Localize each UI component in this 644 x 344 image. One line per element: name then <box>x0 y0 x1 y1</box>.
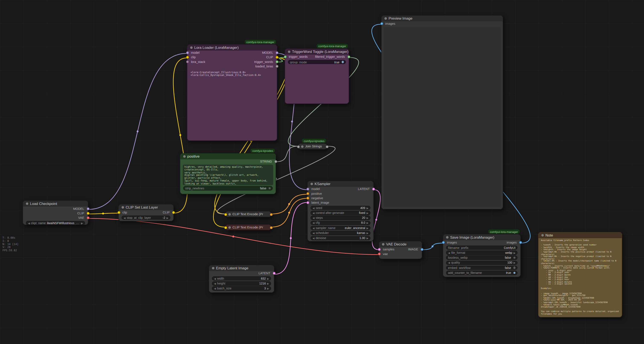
node-title-bar[interactable]: positive <box>180 154 276 159</box>
combo-left-icon[interactable]: ◀ <box>28 222 30 224</box>
input-slot-model[interactable] <box>186 52 188 54</box>
input-slot-positive[interactable] <box>306 192 309 195</box>
collapse-dot-icon[interactable] <box>384 17 387 20</box>
input-slot-samples[interactable] <box>378 248 380 251</box>
node-clip-set-last-layer[interactable]: CLIP Set Last Layer clip CLIP ◀ stop_at_… <box>118 204 174 221</box>
input-slot-images[interactable] <box>380 22 383 25</box>
group-mode-toggle[interactable]: group_mode true <box>288 60 346 64</box>
collapse-dot-icon[interactable] <box>122 206 124 209</box>
output-slot-image[interactable] <box>420 248 423 251</box>
control-after-generate-widget[interactable]: ◀ control after generate fixed ▶ <box>310 211 370 215</box>
node-note[interactable]: Note Available filename_prefix Pattern C… <box>538 232 622 317</box>
lossless-webp-toggle[interactable]: lossless_webp false <box>446 256 518 260</box>
node-join-strings[interactable]: comfyui-kjnodes Join Strings <box>298 143 328 150</box>
node-title-bar[interactable]: Preview Image <box>382 16 503 21</box>
combo-right-icon[interactable]: ▶ <box>366 222 368 224</box>
node-title-bar[interactable]: Lora Loader (LoraManager) <box>187 45 277 50</box>
output-slot-clip[interactable] <box>172 211 175 214</box>
combo-right-icon[interactable]: ▶ <box>366 232 368 234</box>
combo-left-icon[interactable]: ◀ <box>214 287 216 290</box>
output-slot-trigger-words[interactable] <box>276 60 278 63</box>
combo-right-icon[interactable]: ▶ <box>166 216 168 219</box>
node-title-bar[interactable]: TriggerWord Toggle (LoraManager) <box>285 49 348 54</box>
output-slot-model[interactable] <box>86 207 89 210</box>
node-vae-decode[interactable]: VAE Decode samples IMAGE vae <box>379 241 422 259</box>
node-empty-latent-image[interactable]: Empty Latent Image LATENT ◀ width 832 ▶ … <box>208 265 274 293</box>
sampler-name-widget[interactable]: ◀ sampler_name euler_ancestral ▶ <box>310 226 370 230</box>
combo-right-icon[interactable]: ▶ <box>366 206 368 209</box>
output-slot[interactable] <box>326 146 328 148</box>
input-slot-lora-stack[interactable] <box>186 60 188 63</box>
prompt-textarea[interactable]: highres, very detailed, amazing quality,… <box>183 165 273 185</box>
stop-at-clip-layer-widget[interactable]: ◀ stop_at_clip_layer -2 ▶ <box>122 216 170 220</box>
output-slot-filtered-trigger-words[interactable] <box>347 56 350 58</box>
input-slot[interactable] <box>297 146 300 148</box>
filename-prefix-widget[interactable]: filename_prefix ComfyUI <box>446 246 518 250</box>
combo-left-icon[interactable]: ◀ <box>214 282 216 285</box>
toggle-knob[interactable] <box>513 272 516 274</box>
combo-right-icon[interactable]: ▶ <box>366 216 368 219</box>
combo-right-icon[interactable]: ▶ <box>267 287 269 290</box>
collapse-dot-icon[interactable] <box>228 226 231 228</box>
input-slot-model[interactable] <box>306 188 309 190</box>
combo-right-icon[interactable]: ▶ <box>514 251 515 254</box>
toggle-knob[interactable] <box>268 187 271 190</box>
combo-left-icon[interactable]: ◀ <box>312 222 314 224</box>
combo-right-icon[interactable]: ▶ <box>514 261 515 264</box>
strip-newlines-toggle[interactable]: strip_newlines false <box>183 186 273 190</box>
toggle-knob[interactable] <box>513 267 516 269</box>
collapse-dot-icon[interactable] <box>212 267 214 270</box>
output-slot-conditioning[interactable] <box>270 226 272 229</box>
node-save-image[interactable]: comfyui-lora-manager Save Image (LoraMan… <box>443 234 521 277</box>
collapse-dot-icon[interactable] <box>228 213 231 216</box>
denoise-widget[interactable]: ◀ denoise 1.00 ▶ <box>310 236 370 240</box>
input-slot[interactable] <box>224 226 227 229</box>
output-slot-latent[interactable] <box>372 188 374 190</box>
scheduler-widget[interactable]: ◀ scheduler karras ▶ <box>310 231 370 235</box>
embed-workflow-toggle[interactable]: embed_workflow false <box>446 266 518 270</box>
ckpt-name-widget[interactable]: ◀ ckpt_name ilwaiNSFWIllustrious_v110.s … <box>26 221 85 225</box>
collapse-dot-icon[interactable] <box>301 145 304 148</box>
output-slot-loaded-loras[interactable] <box>276 65 278 68</box>
combo-left-icon[interactable]: ◀ <box>312 206 314 209</box>
graph-canvas[interactable]: Load Checkpoint MODEL CLIP VAE ◀ ckpt_na… <box>0 0 644 344</box>
node-clip-text-encode-positive[interactable]: CLIP Text Encode (Pr <box>225 211 272 217</box>
node-title-bar[interactable]: Load Checkpoint <box>23 201 88 207</box>
output-slot-clip[interactable] <box>86 212 89 215</box>
width-widget[interactable]: ◀ width 832 ▶ <box>212 276 271 280</box>
node-clip-text-encode-negative[interactable]: CLIP Text Encode (Pr <box>225 224 272 230</box>
node-title-bar[interactable]: KSampler <box>308 181 373 187</box>
output-slot-model[interactable] <box>276 52 278 54</box>
combo-right-icon[interactable]: ▶ <box>366 237 368 240</box>
combo-left-icon[interactable]: ◀ <box>312 237 314 240</box>
collapse-dot-icon[interactable] <box>26 202 28 205</box>
output-slot-latent[interactable] <box>272 272 276 275</box>
add-counter-to-filename-toggle[interactable]: add_counter_to_filename true <box>446 271 518 275</box>
input-slot-negative[interactable] <box>306 197 309 200</box>
file-format-widget[interactable]: ◀ file_format webp ▶ <box>446 250 518 255</box>
combo-right-icon[interactable]: ▶ <box>366 211 368 214</box>
collapse-dot-icon[interactable] <box>288 50 290 53</box>
combo-left-icon[interactable]: ◀ <box>312 232 314 234</box>
node-title-bar[interactable]: CLIP Set Last Layer <box>118 204 173 210</box>
input-slot-clip[interactable] <box>186 56 188 59</box>
loras-syntax-text[interactable]: <lora:CreateConcept_Illustrious:0.8> <lo… <box>190 70 274 77</box>
output-slot-conditioning[interactable] <box>270 213 272 216</box>
combo-left-icon[interactable]: ◀ <box>124 216 126 219</box>
node-lora-loader[interactable]: comfyui-lora-manager Lora Loader (LoraMa… <box>187 44 277 141</box>
node-preview-image[interactable]: Preview Image images <box>381 15 503 210</box>
height-widget[interactable]: ◀ height 1216 ▶ <box>212 281 271 286</box>
output-slot-clip[interactable] <box>276 56 278 59</box>
node-load-checkpoint[interactable]: Load Checkpoint MODEL CLIP VAE ◀ ckpt_na… <box>22 200 88 225</box>
node-positive-prompt[interactable]: comfyui-kjnodes positive STRING highres,… <box>180 153 276 194</box>
node-title-bar[interactable]: Save Image (LoraManager) <box>443 234 520 240</box>
combo-left-icon[interactable]: ◀ <box>214 277 216 280</box>
input-slot-vae[interactable] <box>378 252 380 255</box>
output-slot-vae[interactable] <box>86 216 89 219</box>
cfg-widget[interactable]: ◀ cfg 8.0 ▶ <box>310 221 370 225</box>
combo-right-icon[interactable]: ▶ <box>81 222 83 224</box>
combo-right-icon[interactable]: ▶ <box>366 226 368 229</box>
node-triggerword-toggle[interactable]: comfyui-lora-manager TriggerWord Toggle … <box>284 48 349 104</box>
combo-left-icon[interactable]: ◀ <box>312 211 314 214</box>
input-slot[interactable] <box>224 213 227 216</box>
